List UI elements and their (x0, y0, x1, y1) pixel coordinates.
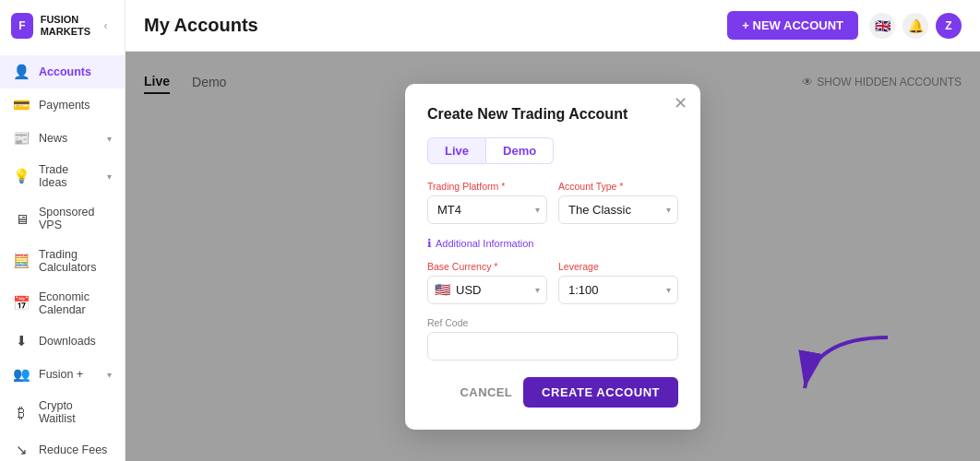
info-icon: ℹ (427, 237, 432, 250)
sidebar-nav: 👤 Accounts 💳 Payments 📰 News ▾ 💡 Trade I… (0, 52, 125, 461)
account-type-select[interactable]: The Classic Standard Pro (558, 195, 678, 224)
sidebar-item-label: Economic Calendar (39, 290, 112, 316)
ref-code-input[interactable] (427, 332, 678, 361)
sidebar-item-label: Trading Calculators (39, 248, 112, 274)
sidebar-collapse-button[interactable]: ‹ (98, 17, 114, 35)
modal-tabs: Live Demo (427, 137, 678, 164)
leverage-select[interactable]: 1:100 1:200 1:500 (558, 276, 678, 304)
logo-icon: F (11, 13, 33, 39)
calendar-icon: 📅 (13, 295, 30, 312)
chevron-down-icon: ▾ (107, 370, 112, 380)
chevron-down-icon: ▾ (107, 134, 112, 144)
sidebar-item-label: Downloads (39, 335, 96, 348)
page-title: My Accounts (144, 15, 716, 36)
cancel-button[interactable]: CANCEL (460, 385, 513, 399)
create-account-modal: ✕ Create New Trading Account Live Demo T… (405, 84, 700, 430)
trading-platform-select-wrapper[interactable]: MT4 MT5 cTrader ▾ (427, 195, 547, 224)
fusion-plus-icon: 👥 (13, 366, 30, 383)
modal-title: Create New Trading Account (427, 106, 678, 123)
account-type-label: Account Type * (558, 181, 678, 192)
create-account-button[interactable]: CREATE ACCOUNT (523, 377, 678, 408)
sidebar-item-label: Sponsored VPS (39, 206, 112, 231)
topbar: My Accounts + NEW ACCOUNT 🇬🇧 🔔 Z (125, 0, 980, 52)
base-currency-label: Base Currency * (427, 261, 547, 272)
form-row-platform-type: Trading Platform * MT4 MT5 cTrader ▾ (427, 181, 678, 224)
sidebar-item-downloads[interactable]: ⬇ Downloads (0, 325, 125, 358)
sidebar-item-trade-ideas[interactable]: 💡 Trade Ideas ▾ (0, 155, 125, 197)
modal-actions: CANCEL CREATE ACCOUNT (427, 377, 678, 408)
sidebar-item-label: Trade Ideas (39, 163, 98, 189)
base-currency-select-wrapper[interactable]: 🇺🇸 USD EUR GBP ▾ (427, 276, 547, 304)
user-avatar[interactable]: Z (936, 13, 962, 39)
trading-platform-group: Trading Platform * MT4 MT5 cTrader ▾ (427, 181, 547, 224)
sidebar-item-label: Accounts (39, 65, 91, 78)
leverage-group: Leverage 1:100 1:200 1:500 ▾ (558, 261, 678, 304)
sidebar-item-trading-calculators[interactable]: 🧮 Trading Calculators (0, 240, 125, 282)
additional-info-link[interactable]: ℹ Additional Information (427, 237, 678, 250)
chevron-down-icon: ▾ (107, 171, 112, 182)
sidebar: F FUSION MARKETS ‹ 👤 Accounts 💳 Payments… (0, 0, 125, 461)
sidebar-item-accounts[interactable]: 👤 Accounts (0, 55, 125, 89)
ref-code-label: Ref Code (427, 317, 678, 328)
main-area: My Accounts + NEW ACCOUNT 🇬🇧 🔔 Z Live De… (125, 0, 980, 461)
modal-overlay: ✕ Create New Trading Account Live Demo T… (125, 52, 980, 461)
sidebar-item-sponsored-vps[interactable]: 🖥 Sponsored VPS (0, 197, 125, 240)
crypto-icon: ₿ (13, 405, 30, 420)
account-type-select-wrapper[interactable]: The Classic Standard Pro ▾ (558, 195, 678, 224)
calculator-icon: 🧮 (13, 253, 30, 269)
sidebar-item-economic-calendar[interactable]: 📅 Economic Calendar (0, 282, 125, 325)
base-currency-group: Base Currency * 🇺🇸 USD EUR GBP ▾ (427, 261, 547, 304)
payments-icon: 💳 (13, 97, 30, 113)
form-row-currency-leverage: Base Currency * 🇺🇸 USD EUR GBP ▾ (427, 261, 678, 304)
topbar-icons: 🇬🇧 🔔 Z (869, 13, 962, 39)
vps-icon: 🖥 (13, 211, 30, 227)
reduce-fees-icon: ↘ (13, 442, 30, 458)
arrow-pointer (795, 328, 906, 406)
new-account-button[interactable]: + NEW ACCOUNT (727, 11, 858, 40)
trading-platform-select[interactable]: MT4 MT5 cTrader (427, 195, 547, 224)
modal-close-button[interactable]: ✕ (674, 95, 687, 112)
leverage-select-wrapper[interactable]: 1:100 1:200 1:500 ▾ (558, 276, 678, 304)
content-area: Live Demo 👁 SHOW HIDDEN ACCOUNTS ✕ Creat… (125, 52, 980, 461)
sidebar-item-label: Fusion + (39, 368, 83, 381)
news-icon: 📰 (13, 130, 30, 147)
ref-code-group: Ref Code (427, 317, 678, 361)
trading-platform-label: Trading Platform * (427, 181, 547, 192)
language-flag-icon[interactable]: 🇬🇧 (869, 13, 895, 39)
sidebar-item-payments[interactable]: 💳 Payments (0, 89, 125, 122)
sidebar-item-reduce-fees[interactable]: ↘ Reduce Fees (0, 433, 125, 461)
sidebar-item-label: Crypto Waitlist (39, 399, 112, 425)
currency-flag-icon: 🇺🇸 (435, 282, 450, 297)
sidebar-item-crypto-waitlist[interactable]: ₿ Crypto Waitlist (0, 391, 125, 433)
sidebar-item-fusion-plus[interactable]: 👥 Fusion + ▾ (0, 358, 125, 391)
download-icon: ⬇ (13, 333, 30, 349)
trade-ideas-icon: 💡 (13, 168, 30, 184)
leverage-label: Leverage (558, 261, 678, 272)
sidebar-item-news[interactable]: 📰 News ▾ (0, 122, 125, 155)
sidebar-item-label: Payments (39, 99, 90, 112)
notification-icon[interactable]: 🔔 (902, 13, 928, 39)
sidebar-item-label: News (39, 132, 67, 145)
sidebar-logo: F FUSION MARKETS ‹ (0, 0, 125, 52)
account-type-group: Account Type * The Classic Standard Pro … (558, 181, 678, 224)
modal-tab-demo[interactable]: Demo (486, 137, 554, 164)
accounts-icon: 👤 (13, 64, 30, 80)
modal-tab-live[interactable]: Live (427, 137, 486, 164)
sidebar-item-label: Reduce Fees (39, 443, 107, 456)
logo-text: FUSION MARKETS (41, 14, 90, 38)
